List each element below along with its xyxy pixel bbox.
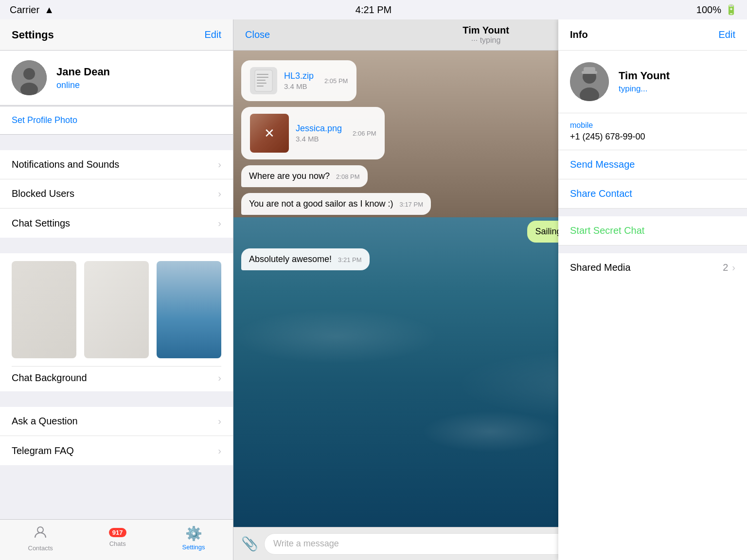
- settings-title: Settings: [12, 29, 54, 41]
- file-icon: [250, 67, 277, 94]
- chat-contact-name: Tim Yount: [462, 25, 509, 36]
- info-typing-status: typing...: [619, 84, 670, 94]
- message-received-1: Where are you now? 2:08 PM: [241, 165, 368, 187]
- cancel-icon: ✕: [264, 126, 275, 141]
- chats-tab-label: Chats: [109, 540, 126, 547]
- info-contact-name: Tim Yount: [619, 70, 670, 82]
- carrier-label: Carrier: [10, 4, 39, 16]
- message-input-placeholder: Write a message: [273, 539, 339, 549]
- info-panel: Info Edit Tim Yount typ: [558, 19, 747, 560]
- chat-settings-row[interactable]: Chat Settings ›: [0, 209, 233, 238]
- chat-close-button[interactable]: Close: [245, 29, 270, 40]
- ask-question-row[interactable]: Ask a Question ›: [0, 407, 233, 436]
- file-size: 3.4 MB: [284, 82, 314, 90]
- image-file-size: 3.4 MB: [296, 135, 342, 143]
- blocked-users-row[interactable]: Blocked Users ›: [0, 179, 233, 209]
- shared-media-label: Shared Media: [570, 262, 631, 273]
- info-title: Info: [570, 29, 588, 40]
- info-edit-button[interactable]: Edit: [719, 29, 735, 40]
- status-bar-right: 100% 🔋: [696, 4, 737, 16]
- profile-section: Jane Dean online: [0, 51, 233, 105]
- chevron-right-icon: ›: [218, 159, 221, 170]
- shared-media-right: 2 ›: [723, 262, 735, 273]
- svg-point-1: [23, 68, 35, 80]
- image-file-name: Jessica.png: [296, 123, 342, 134]
- blocked-users-label: Blocked Users: [12, 188, 74, 199]
- settings-icon: ⚙️: [185, 525, 202, 542]
- share-contact-button[interactable]: Share Contact: [558, 179, 747, 209]
- bottom-section: Ask a Question › Telegram FAQ ›: [0, 407, 233, 465]
- avatar: [12, 60, 47, 95]
- telegram-faq-row[interactable]: Telegram FAQ ›: [0, 436, 233, 465]
- status-bar-left: Carrier ▲: [10, 4, 54, 16]
- contacts-icon: [33, 525, 48, 542]
- message-received-3: Absolutely awesome! 3:21 PM: [241, 248, 370, 270]
- chevron-right-icon: ›: [218, 445, 221, 456]
- message-text: Where are you now?: [249, 171, 330, 181]
- message-time: 2:05 PM: [324, 77, 348, 85]
- background-thumbnails: [12, 261, 221, 358]
- tab-contacts[interactable]: Contacts: [28, 525, 53, 552]
- message-file-hl3: HL3.zip 3.4 MB 2:05 PM: [241, 60, 356, 101]
- bg-thumb-1[interactable]: [12, 261, 76, 358]
- message-text: Absolutely awesome!: [249, 254, 332, 264]
- chevron-right-icon: ›: [218, 218, 221, 229]
- chat-background-label: Chat Background: [12, 372, 87, 384]
- notifications-sounds-label: Notifications and Sounds: [12, 159, 119, 170]
- settings-nav: Settings Edit: [0, 19, 233, 51]
- info-phone-section: mobile +1 (245) 678-99-00: [558, 113, 747, 150]
- settings-tab-label: Settings: [182, 543, 205, 551]
- file-name: HL3.zip: [284, 71, 314, 81]
- profile-name: Jane Dean: [56, 66, 110, 78]
- status-bar-time: 4:21 PM: [356, 4, 391, 16]
- message-text: You are not a good sailor as I know :): [249, 199, 393, 209]
- status-bar: Carrier ▲ 4:21 PM 100% 🔋: [0, 0, 747, 19]
- tab-settings[interactable]: ⚙️ Settings: [182, 525, 205, 551]
- message-received-2: You are not a good sailor as I know :) 3…: [241, 193, 431, 215]
- phone-label: mobile: [570, 121, 735, 130]
- wifi-icon: ▲: [44, 4, 54, 16]
- chat-background-row[interactable]: Chat Background ›: [12, 366, 221, 384]
- profile-info: Jane Dean online: [56, 66, 110, 90]
- chevron-right-icon: ›: [732, 262, 735, 273]
- notifications-sounds-row[interactable]: Notifications and Sounds ›: [0, 150, 233, 179]
- chevron-right-icon: ›: [218, 188, 221, 199]
- chat-settings-label: Chat Settings: [12, 218, 70, 229]
- settings-menu: Notifications and Sounds › Blocked Users…: [0, 150, 233, 238]
- svg-rect-9: [257, 86, 264, 87]
- battery-icon: 🔋: [725, 4, 737, 16]
- message-time: 3:17 PM: [400, 201, 423, 208]
- attach-button[interactable]: 📎: [241, 536, 258, 552]
- chevron-right-icon: ›: [218, 372, 221, 384]
- info-contact-info: Tim Yount typing...: [619, 70, 670, 94]
- telegram-faq-label: Telegram FAQ: [12, 445, 74, 456]
- profile-status: online: [56, 80, 110, 90]
- message-time: 3:21 PM: [338, 256, 361, 263]
- svg-rect-6: [257, 77, 268, 78]
- tab-chats[interactable]: 917 Chats: [109, 529, 126, 547]
- chat-nav-center: Tim Yount ··· typing: [462, 25, 509, 45]
- phone-number: +1 (245) 678-99-00: [570, 132, 735, 142]
- image-thumbnail: ✕: [250, 114, 289, 153]
- bg-thumb-2[interactable]: [84, 261, 149, 358]
- svg-point-3: [37, 527, 43, 533]
- chevron-right-icon: ›: [218, 416, 221, 427]
- start-secret-chat-button[interactable]: Start Secret Chat: [558, 216, 747, 245]
- bg-thumb-3[interactable]: [157, 261, 221, 358]
- image-overlay: ✕: [250, 114, 289, 153]
- settings-panel: Settings Edit Jane Dean online Set Profi…: [0, 19, 233, 560]
- info-avatar: [570, 62, 609, 101]
- set-profile-photo-button[interactable]: Set Profile Photo: [0, 106, 233, 135]
- svg-rect-7: [257, 80, 266, 81]
- image-file-info: Jessica.png 3.4 MB: [296, 123, 342, 143]
- message-time: 2:06 PM: [353, 130, 376, 137]
- send-message-button[interactable]: Send Message: [558, 150, 747, 179]
- settings-edit-button[interactable]: Edit: [205, 29, 221, 40]
- chats-badge: 917: [109, 528, 126, 537]
- shared-media-row[interactable]: Shared Media 2 ›: [558, 253, 747, 282]
- svg-rect-14: [584, 67, 595, 73]
- message-image-jessica: ✕ Jessica.png 3.4 MB 2:06 PM: [241, 107, 385, 159]
- file-info: HL3.zip 3.4 MB: [284, 71, 314, 90]
- contacts-tab-label: Contacts: [28, 544, 53, 552]
- chat-panel: Close Tim Yount ··· typing Contact: [233, 19, 747, 560]
